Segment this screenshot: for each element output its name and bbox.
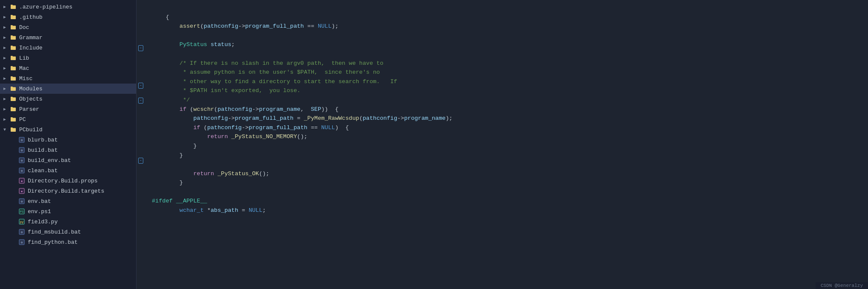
- tree-item-label: .azure-pipelines: [19, 4, 73, 10]
- tree-item-icon: ⚙: [18, 228, 26, 236]
- tree-arrow: ▶: [3, 96, 9, 101]
- tree-item-icon: ⚙: [18, 197, 26, 205]
- sidebar-item-env-bat[interactable]: ⚙env.bat: [0, 196, 136, 206]
- tree-arrow: ▶: [3, 76, 9, 81]
- tree-arrow: ▶: [3, 45, 9, 50]
- tree-item-icon: [9, 54, 17, 62]
- tree-item-icon: [9, 13, 17, 21]
- tree-item-label: build_env.bat: [28, 157, 71, 164]
- tree-item-label: Lib: [19, 55, 29, 61]
- tree-item-label: Grammar: [19, 35, 43, 41]
- tree-item-icon: [9, 105, 17, 113]
- sidebar-item--github[interactable]: ▶.github: [0, 12, 136, 22]
- tree-item-icon: ◆: [18, 177, 26, 185]
- status-text: CSDN @Generalzy: [821, 283, 863, 288]
- tree-item-label: find_python.bat: [28, 239, 78, 246]
- sidebar-item-parser[interactable]: ▶Parser: [0, 104, 136, 114]
- tree-item-icon: [9, 64, 17, 72]
- tree-item-icon: [9, 116, 17, 123]
- tree-item-label: env.bat: [28, 198, 51, 205]
- tree-item-label: .github: [19, 14, 43, 20]
- tree-item-icon: [9, 44, 17, 52]
- tree-item-icon: ⚙: [18, 146, 26, 154]
- sidebar-item-pc[interactable]: ▶PC: [0, 114, 136, 124]
- sidebar-item-misc[interactable]: ▶Misc: [0, 73, 136, 84]
- tree-item-label: field3.py: [28, 219, 58, 225]
- sidebar-item--azure-pipelines[interactable]: ▶.azure-pipelines: [0, 2, 136, 12]
- sidebar-item-grammar[interactable]: ▶Grammar: [0, 32, 136, 43]
- tree-arrow: ▶: [3, 4, 9, 9]
- tree-arrow: ▶: [3, 35, 9, 40]
- tree-arrow: ▶: [3, 107, 9, 112]
- tree-item-icon: [9, 85, 17, 92]
- tree-item-label: build.bat: [28, 147, 58, 153]
- sidebar-item-env-ps1[interactable]: PSenv.ps1: [0, 206, 136, 217]
- sidebar-item-find-python-bat[interactable]: ⚙find_python.bat: [0, 237, 136, 247]
- tree-item-label: PC: [19, 116, 26, 123]
- code-editor: - - - - { assert(pathconfig->: [136, 0, 868, 289]
- tree-item-label: Mac: [19, 65, 29, 72]
- svg-text:py: py: [20, 220, 23, 224]
- tree-item-icon: [9, 126, 17, 133]
- sidebar-item-objects[interactable]: ▶Objects: [0, 94, 136, 104]
- tree-item-icon: [9, 95, 17, 103]
- sidebar-item-include[interactable]: ▶Include: [0, 43, 136, 53]
- sidebar-item-mac[interactable]: ▶Mac: [0, 63, 136, 73]
- tree-item-icon: ⚙: [18, 156, 26, 164]
- tree-item-icon: [9, 75, 17, 82]
- tree-item-icon: PS: [18, 208, 26, 215]
- tree-arrow: ▼: [3, 127, 9, 132]
- tree-arrow: ▶: [3, 86, 9, 91]
- sidebar-item-field3-py[interactable]: pyfield3.py: [0, 217, 136, 227]
- sidebar-item-pcbuild[interactable]: ▼PCbuild: [0, 124, 136, 135]
- tree-item-label: clean.bat: [28, 168, 58, 174]
- fold-button[interactable]: -: [138, 45, 143, 51]
- tree-item-label: blurb.bat: [28, 137, 58, 143]
- tree-item-icon: [9, 34, 17, 41]
- status-bar: CSDN @Generalzy: [816, 282, 868, 289]
- sidebar-item-lib[interactable]: ▶Lib: [0, 53, 136, 63]
- tree-item-icon: ◆: [18, 187, 26, 195]
- tree-item-icon: ⚙: [18, 167, 26, 174]
- sidebar-item-doc[interactable]: ▶Doc: [0, 22, 136, 32]
- sidebar-item-find-msbuild-bat[interactable]: ⚙find_msbuild.bat: [0, 227, 136, 237]
- tree-item-label: Objects: [19, 96, 43, 102]
- fold-button[interactable]: -: [138, 98, 143, 104]
- tree-item-label: find_msbuild.bat: [28, 229, 81, 235]
- tree-item-icon: ⚙: [18, 136, 26, 144]
- fold-button[interactable]: -: [138, 83, 143, 89]
- tree-item-label: Doc: [19, 24, 29, 31]
- sidebar-item-directory-build-props[interactable]: ◆Directory.Build.props: [0, 176, 136, 186]
- tree-item-label: Include: [19, 45, 43, 51]
- tree-item-label: Directory.Build.targets: [28, 188, 104, 194]
- tree-item-icon: ⚙: [18, 238, 26, 246]
- sidebar-item-modules[interactable]: ▶Modules: [0, 84, 136, 94]
- tree-item-label: Directory.Build.props: [28, 178, 98, 184]
- sidebar-item-directory-build-targets[interactable]: ◆Directory.Build.targets: [0, 186, 136, 196]
- fold-button[interactable]: -: [138, 158, 143, 164]
- tree-arrow: ▶: [3, 25, 9, 30]
- sidebar-item-clean-bat[interactable]: ⚙clean.bat: [0, 165, 136, 176]
- tree-item-label: Parser: [19, 106, 39, 113]
- tree-arrow: ▶: [3, 55, 9, 61]
- tree-arrow: ▶: [3, 14, 9, 20]
- tree-arrow: ▶: [3, 66, 9, 71]
- tree-item-label: PCbuild: [19, 127, 43, 133]
- tree-item-icon: [9, 23, 17, 31]
- sidebar-item-build-env-bat[interactable]: ⚙build_env.bat: [0, 155, 136, 165]
- code-content: { assert(pathconfig->program_full_path =…: [145, 0, 868, 289]
- tree-item-label: Misc: [19, 75, 32, 82]
- tree-item-label: env.ps1: [28, 208, 51, 215]
- tree-arrow: ▶: [3, 117, 9, 122]
- svg-text:PS: PS: [20, 210, 23, 214]
- fold-gutter[interactable]: - - - -: [136, 0, 145, 289]
- file-tree: ▶.azure-pipelines▶.github▶Doc▶Grammar▶In…: [0, 0, 136, 289]
- tree-item-icon: py: [18, 218, 26, 225]
- tree-item-label: Modules: [19, 86, 43, 92]
- sidebar-item-build-bat[interactable]: ⚙build.bat: [0, 145, 136, 155]
- tree-item-icon: [9, 3, 17, 11]
- sidebar-item-blurb-bat[interactable]: ⚙blurb.bat: [0, 135, 136, 145]
